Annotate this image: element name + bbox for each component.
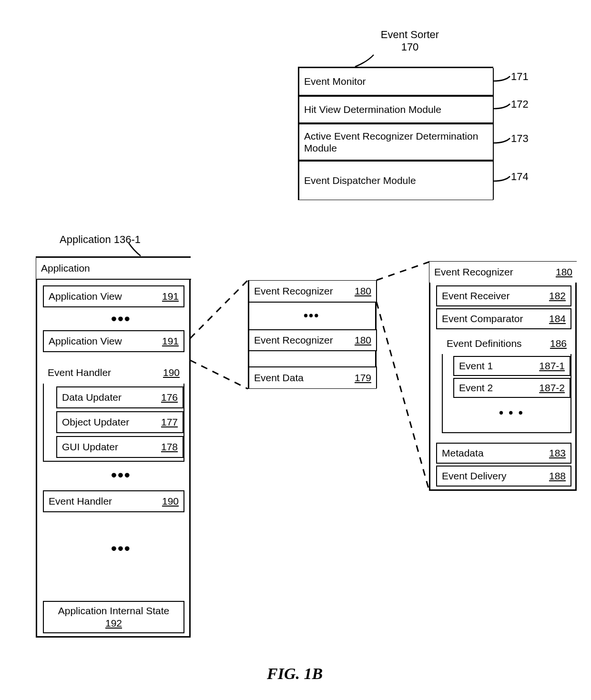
event-sorter-title: Event Sorter 170 [362, 29, 458, 53]
detail-event-recognizer-2: Event Recognizer 180 [248, 329, 377, 351]
tag-172: 172 [511, 98, 529, 111]
figure-label: FIG. 1B [267, 665, 323, 683]
detail-event-data: Event Data 179 [248, 366, 377, 388]
event-handler-box: Event Handler 190 Data Updater 176 Objec… [43, 362, 184, 462]
dots-handlers: ••• [111, 466, 131, 484]
dots-recognizers: ••• [304, 308, 319, 323]
application-lead-label: Application 136-1 [60, 233, 141, 246]
event-definitions-header: Event Definitions 186 [442, 333, 571, 354]
event-dispatcher-row: Event Dispatcher Module [298, 161, 494, 200]
event-sorter-box: Event Monitor Hit View Determination Mod… [298, 67, 493, 200]
metadata: Metadata 183 [436, 443, 571, 464]
event-delivery: Event Delivery 188 [436, 466, 571, 487]
app-view-detail-box: Event Recognizer 180 ••• Event Recognize… [248, 280, 377, 389]
app-view-2: Application View 191 [43, 330, 184, 352]
application-header: Application [36, 258, 191, 280]
er-header: Event Recognizer 180 [429, 262, 577, 283]
internal-state: Application Internal State 192 [43, 601, 184, 633]
event-comparator: Event Comparator 184 [436, 308, 571, 329]
event-2: Event 2 187-2 [453, 378, 571, 398]
tag-173: 173 [511, 132, 529, 145]
dots-appview: ••• [111, 309, 131, 328]
svg-line-2 [377, 261, 431, 280]
tag-174: 174 [511, 171, 529, 183]
app-view-1: Application View 191 [43, 285, 184, 307]
event-definitions-box: Event Definitions 186 Event 1 187-1 Even… [442, 333, 571, 433]
event-recognizer-detail-box: Event Recognizer 180 Event Receiver 182 … [429, 261, 577, 491]
svg-line-3 [377, 302, 429, 490]
hit-view-row: Hit View Determination Module [298, 96, 494, 123]
data-updater: Data Updater 176 [56, 386, 183, 408]
event-handler-header: Event Handler 190 [43, 362, 184, 384]
svg-line-1 [190, 360, 248, 389]
gui-updater: GUI Updater 178 [56, 436, 183, 458]
dots-more: ••• [111, 539, 131, 558]
event-monitor-row: Event Monitor [298, 68, 494, 96]
object-updater: Object Updater 177 [56, 411, 183, 433]
diagram-canvas: Event Sorter 170 Event Monitor Hit View … [0, 0, 591, 700]
event-1: Event 1 187-1 [453, 356, 571, 376]
event-handler-2: Event Handler 190 [43, 490, 184, 512]
application-box: Application Application View 191 ••• App… [36, 256, 191, 638]
tag-171: 171 [511, 71, 529, 83]
active-recognizer-row: Active Event Recognizer Determination Mo… [298, 123, 494, 161]
detail-event-recognizer-1: Event Recognizer 180 [248, 281, 377, 303]
event-receiver: Event Receiver 182 [436, 285, 571, 306]
svg-line-0 [190, 280, 248, 338]
dots-events: • • • [499, 406, 524, 420]
